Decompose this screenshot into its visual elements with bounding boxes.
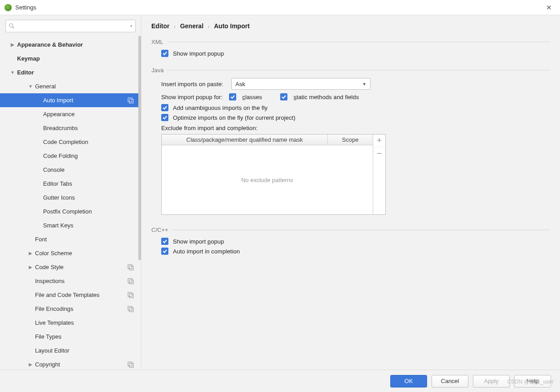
- chevron-right-icon: ›: [174, 24, 176, 29]
- tree-item-label: General: [35, 83, 141, 90]
- tree-item-code-style[interactable]: ▶Code Style: [0, 260, 141, 274]
- section-cpp-title: C/C++: [151, 226, 168, 233]
- chevron-down-icon[interactable]: ▼: [28, 84, 33, 89]
- svg-rect-12: [128, 362, 132, 366]
- scrollbar-thumb[interactable]: [138, 36, 141, 260]
- cancel-button[interactable]: Cancel: [432, 375, 468, 388]
- cpp-show-popup-row[interactable]: Show import popup: [161, 238, 550, 245]
- svg-rect-6: [128, 279, 132, 283]
- add-exclude-button[interactable]: +: [373, 135, 385, 147]
- tree-item-code-completion[interactable]: Code Completion: [0, 135, 141, 149]
- help-button[interactable]: Help: [514, 375, 551, 388]
- tree-item-appearance[interactable]: Appearance: [0, 107, 141, 121]
- section-xml: XML: [151, 39, 550, 45]
- svg-rect-10: [128, 306, 132, 310]
- insert-imports-label: Insert imports on paste:: [161, 81, 223, 87]
- exclude-section: Exclude from import and completion: Clas…: [161, 125, 550, 215]
- tree-item-postfix-completion[interactable]: Postfix Completion: [0, 205, 141, 218]
- remove-exclude-button[interactable]: −: [373, 147, 385, 160]
- scope-badge-icon: [128, 278, 134, 284]
- exclude-col-scope[interactable]: Scope: [328, 135, 373, 145]
- settings-tree[interactable]: ▶Appearance & BehaviorKeymap▼Editor▼Gene…: [0, 36, 141, 370]
- xml-show-import-popup-row[interactable]: Show import popup: [161, 50, 550, 57]
- optimize-imports-row[interactable]: Optimize imports on the fly (for current…: [161, 114, 550, 121]
- app-icon: [4, 4, 12, 11]
- checkbox-checked-icon[interactable]: [161, 248, 168, 255]
- tree-item-breadcrumbs[interactable]: Breadcrumbs: [0, 121, 141, 135]
- ok-button[interactable]: OK: [390, 375, 427, 388]
- cpp-auto-import-row[interactable]: Auto import in completion: [161, 248, 550, 255]
- tree-item-appearance-behavior[interactable]: ▶Appearance & Behavior: [0, 38, 141, 52]
- chevron-right-icon[interactable]: ▶: [10, 42, 15, 47]
- add-unambiguous-row[interactable]: Add unambiguous imports on the fly: [161, 104, 550, 111]
- tree-item-label: Appearance: [43, 111, 141, 118]
- insert-imports-row: Insert imports on paste: Ask ▼: [161, 78, 550, 90]
- tree-item-live-templates[interactable]: Live Templates: [0, 316, 141, 330]
- xml-show-import-popup-label: Show import popup: [173, 50, 224, 57]
- svg-rect-13: [129, 363, 133, 367]
- exclude-col-name[interactable]: Class/package/member qualified name mask: [162, 135, 328, 145]
- scope-badge-icon: [128, 292, 134, 298]
- exclude-empty-text: No exclude patterns: [162, 145, 373, 214]
- tree-item-inspections[interactable]: Inspections: [0, 274, 141, 288]
- chevron-right-icon[interactable]: ▶: [28, 251, 33, 256]
- tree-item-code-folding[interactable]: Code Folding: [0, 149, 141, 163]
- tree-item-auto-import[interactable]: Auto Import: [0, 93, 141, 107]
- tree-item-label: Editor Tabs: [43, 180, 141, 187]
- close-icon[interactable]: ✕: [542, 2, 556, 13]
- chevron-right-icon[interactable]: ▶: [28, 265, 33, 270]
- sidebar-scrollbar[interactable]: [138, 36, 141, 260]
- search-input[interactable]: [17, 23, 130, 30]
- tree-item-console[interactable]: Console: [0, 163, 141, 177]
- search-wrap: ▾: [0, 15, 141, 36]
- dialog-footer: OK Cancel Apply Help: [0, 370, 560, 392]
- checkbox-checked-icon[interactable]: [161, 104, 168, 111]
- tree-item-file-and-code-templates[interactable]: File and Code Templates: [0, 288, 141, 302]
- insert-imports-select[interactable]: Ask ▼: [231, 78, 370, 90]
- tree-item-gutter-icons[interactable]: Gutter Icons: [0, 191, 141, 205]
- svg-rect-7: [129, 280, 133, 284]
- tree-item-label: Editor: [17, 69, 141, 76]
- chevron-right-icon[interactable]: ▶: [28, 362, 33, 367]
- classes-checkbox[interactable]: [229, 93, 236, 100]
- checkbox-checked-icon[interactable]: [161, 238, 168, 245]
- search-dropdown-icon[interactable]: ▾: [130, 24, 132, 28]
- tree-item-general[interactable]: ▼General: [0, 79, 141, 93]
- crumb-auto-import: Auto Import: [214, 22, 250, 30]
- tree-item-copyright[interactable]: ▶Copyright: [0, 357, 141, 370]
- section-java: Java: [151, 67, 550, 74]
- exclude-table-header: Class/package/member qualified name mask…: [162, 135, 373, 145]
- tree-item-smart-keys[interactable]: Smart Keys: [0, 218, 141, 232]
- chevron-down-icon[interactable]: ▼: [10, 70, 15, 75]
- exclude-table: Class/package/member qualified name mask…: [161, 134, 386, 215]
- tree-item-font[interactable]: Font: [0, 232, 141, 246]
- tree-item-editor-tabs[interactable]: Editor Tabs: [0, 177, 141, 191]
- add-unambiguous-label: Add unambiguous imports on the fly: [173, 105, 268, 111]
- tree-item-label: Keymap: [17, 55, 141, 62]
- crumb-general[interactable]: General: [180, 22, 203, 30]
- tree-item-label: Layout Editor: [35, 347, 141, 354]
- tree-item-file-types[interactable]: File Types: [0, 330, 141, 344]
- tree-item-editor[interactable]: ▼Editor: [0, 65, 141, 79]
- tree-item-label: Color Scheme: [35, 250, 141, 257]
- search-field[interactable]: ▾: [5, 20, 136, 32]
- checkbox-checked-icon[interactable]: [161, 114, 168, 121]
- checkbox-checked-icon[interactable]: [161, 50, 168, 57]
- apply-button[interactable]: Apply: [473, 375, 510, 388]
- scope-badge-icon: [128, 97, 134, 104]
- static-checkbox[interactable]: [280, 93, 287, 100]
- show-popup-for-row: Show import popup for: cclasseslasses st…: [161, 93, 550, 100]
- scope-badge-icon: [128, 306, 134, 312]
- cpp-show-popup-label: Show import popup: [173, 238, 224, 245]
- search-icon: [9, 23, 15, 29]
- tree-item-layout-editor[interactable]: Layout Editor: [0, 344, 141, 357]
- tree-item-color-scheme[interactable]: ▶Color Scheme: [0, 246, 141, 260]
- tree-item-label: Inspections: [35, 278, 128, 284]
- crumb-editor[interactable]: Editor: [151, 22, 169, 30]
- tree-item-label: Code Folding: [43, 152, 141, 159]
- show-popup-for-label: Show import popup for:: [161, 94, 223, 100]
- tree-item-file-encodings[interactable]: File Encodings: [0, 302, 141, 316]
- tree-item-keymap[interactable]: Keymap: [0, 52, 141, 65]
- tree-item-label: Live Templates: [35, 319, 141, 326]
- svg-rect-8: [128, 292, 132, 296]
